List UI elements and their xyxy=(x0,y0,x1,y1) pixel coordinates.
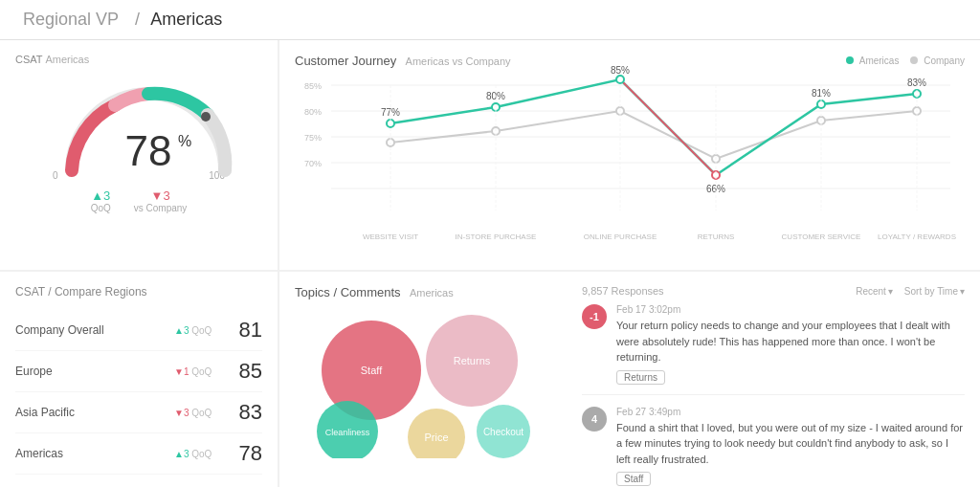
region-change: ▼3 QoQ xyxy=(174,408,232,418)
dot-online xyxy=(616,76,624,83)
svg-text:Cleanliness: Cleanliness xyxy=(325,428,370,437)
breadcrumb-separator: / xyxy=(135,10,140,29)
region-score: 81 xyxy=(232,318,262,343)
region-rows: Company Overall ▲3 QoQ 81 Europe ▼1 QoQ … xyxy=(15,310,262,487)
svg-text:70%: 70% xyxy=(304,159,322,168)
svg-text:Returns: Returns xyxy=(454,355,491,366)
topics-meta: 9,857 Responses Recent ▾ Sort by Time ▾ xyxy=(582,285,965,297)
region-row: Asia Pacific ▼3 QoQ 83 xyxy=(15,392,262,433)
journey-legend: Americas Company xyxy=(846,55,965,66)
svg-text:%: % xyxy=(178,133,191,149)
sort-controls: Recent ▾ Sort by Time ▾ xyxy=(856,286,965,297)
region-name: Asia Pacific xyxy=(15,406,174,419)
comment-avatar: 4 xyxy=(582,407,607,432)
sort-recent-btn[interactable]: Recent ▾ xyxy=(856,286,893,297)
gauge-container: 78 % xyxy=(53,75,225,170)
svg-text:CUSTOMER SERVICE: CUSTOMER SERVICE xyxy=(782,232,861,241)
comment-tag: Staff xyxy=(616,472,651,486)
region-score: 85 xyxy=(232,359,262,384)
journey-title: Customer Journey Americas vs Company xyxy=(295,54,511,68)
svg-text:80%: 80% xyxy=(304,107,322,117)
page-title: Regional VP / Americas xyxy=(17,10,222,30)
region-score: 78 xyxy=(232,441,262,466)
svg-text:WEBSITE VISIT: WEBSITE VISIT xyxy=(363,232,418,241)
company-line xyxy=(390,111,917,159)
comment-date: Feb 17 3:02pm xyxy=(616,304,965,315)
csat-label: CSAT Americas xyxy=(15,54,262,65)
comment-content: Feb 27 3:49pm Found a shirt that I loved… xyxy=(616,407,965,487)
topics-right: 9,857 Responses Recent ▾ Sort by Time ▾ xyxy=(567,272,980,487)
gauge-svg: 78 % xyxy=(53,75,244,180)
topics-card: Topics / Comments Americas Staff Returns… xyxy=(279,272,980,487)
chevron-down-icon2: ▾ xyxy=(960,286,965,297)
topics-header: Topics / Comments Americas xyxy=(295,285,551,299)
comment-list: -1 Feb 17 3:02pm Your return policy need… xyxy=(582,304,965,487)
stat-qoq-value: ▲3 xyxy=(91,188,111,203)
comment-item: 4 Feb 27 3:49pm Found a shirt that I lov… xyxy=(582,407,965,488)
comment-avatar: -1 xyxy=(582,304,607,329)
comment-item: -1 Feb 17 3:02pm Your return policy need… xyxy=(582,304,965,395)
region-row: Europe ▼1 QoQ 85 xyxy=(15,351,262,392)
page: Regional VP / Americas CSAT Americas xyxy=(0,0,980,487)
comment-content: Feb 17 3:02pm Your return policy needs t… xyxy=(616,304,965,385)
region-row: Company Overall ▲3 QoQ 81 xyxy=(15,310,262,351)
svg-text:IN-STORE PURCHASE: IN-STORE PURCHASE xyxy=(456,232,537,241)
topics-left: Topics / Comments Americas Staff Returns… xyxy=(279,272,567,487)
svg-text:75%: 75% xyxy=(304,133,322,143)
compare-card: CSAT / Compare Regions Company Overall ▲… xyxy=(0,272,278,487)
region-row: Americas ▲3 QoQ 78 xyxy=(15,433,262,475)
svg-text:Checkout: Checkout xyxy=(483,427,523,437)
comment-text: Your return policy needs to change and y… xyxy=(616,318,965,365)
chevron-down-icon: ▾ xyxy=(888,286,893,297)
label-85: 85% xyxy=(611,65,630,76)
main-grid: CSAT Americas 78 xyxy=(0,40,980,487)
journey-card: Customer Journey Americas vs Company Ame… xyxy=(279,40,980,270)
csat-stats: ▲3 QoQ ▼3 vs Company xyxy=(15,188,262,213)
comment-text: Found a shirt that I loved, but you were… xyxy=(616,420,965,468)
stat-company-label: vs Company xyxy=(134,203,188,213)
region-score: 83 xyxy=(232,400,262,425)
svg-text:Price: Price xyxy=(424,432,448,443)
region-change: ▲3 QoQ xyxy=(174,449,232,459)
region-score: 64 xyxy=(232,482,262,487)
svg-text:Staff: Staff xyxy=(361,365,383,376)
comment-tag: Returns xyxy=(616,370,665,385)
csat-card: CSAT Americas 78 xyxy=(0,40,278,270)
region-name: Americas xyxy=(15,447,174,460)
legend-americas: Americas xyxy=(846,55,899,66)
region-name: Company Overall xyxy=(15,323,174,337)
breadcrumb-prefix: Regional VP xyxy=(23,10,119,29)
header: Regional VP / Americas xyxy=(0,0,980,40)
region-row: Middle East ▼1 QoQ 64 xyxy=(15,475,262,487)
compare-title: CSAT / Compare Regions xyxy=(15,285,262,299)
legend-company: Company xyxy=(910,55,965,66)
region-change: ▼1 QoQ xyxy=(174,366,232,377)
sort-time-btn[interactable]: Sort by Time ▾ xyxy=(904,286,965,297)
region-change: ▲3 QoQ xyxy=(174,325,232,336)
svg-text:LOYALTY / REWARDS: LOYALTY / REWARDS xyxy=(878,232,956,241)
journey-chart: 85% 80% 75% 70% xyxy=(295,72,965,249)
response-count: 9,857 Responses xyxy=(582,285,664,297)
legend-dot-americas xyxy=(846,56,854,64)
svg-text:78: 78 xyxy=(125,127,172,174)
comment-date: Feb 27 3:49pm xyxy=(616,407,965,417)
dip-line xyxy=(620,79,716,175)
svg-text:ONLINE PURCHASE: ONLINE PURCHASE xyxy=(584,232,657,241)
region-name: Europe xyxy=(15,365,174,378)
legend-dot-company xyxy=(910,56,918,64)
stat-qoq: ▲3 QoQ xyxy=(91,188,111,213)
svg-text:RETURNS: RETURNS xyxy=(698,232,735,241)
breadcrumb-current: Americas xyxy=(150,10,222,29)
stat-qoq-label: QoQ xyxy=(91,203,111,213)
stat-company-value: ▼3 xyxy=(134,188,188,203)
stat-vs-company: ▼3 vs Company xyxy=(134,188,188,213)
svg-text:85%: 85% xyxy=(304,81,322,91)
bubble-chart: Staff Returns Cleanliness Price Checkout xyxy=(295,305,544,458)
svg-point-0 xyxy=(201,112,211,122)
